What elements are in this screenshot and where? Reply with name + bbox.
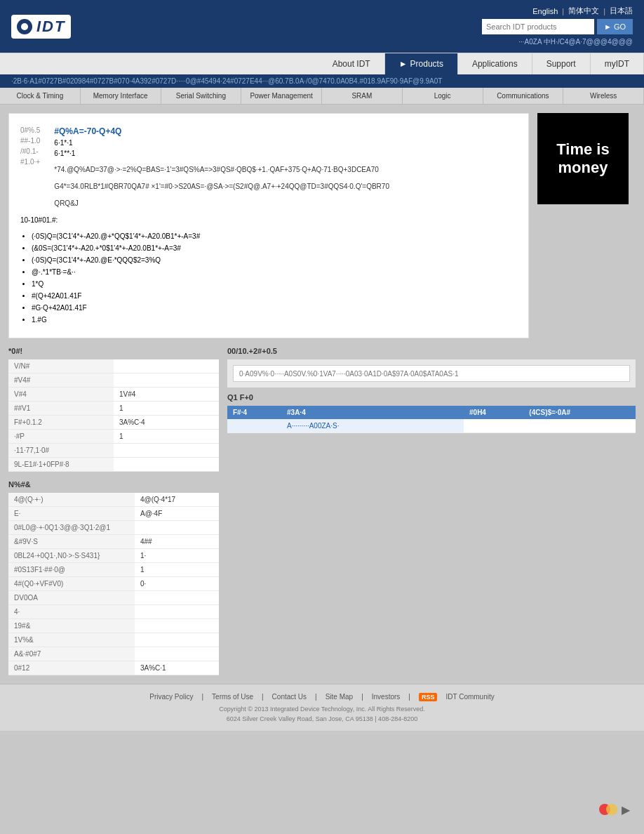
nav-myidt[interactable]: myIDT xyxy=(591,53,644,74)
pricing-table: 4@(Q·+·) 4@(Q·4*17 E· A@·4F 0#L0@·+·0Q1·… xyxy=(8,493,219,675)
account-link[interactable]: ···A0ZA 中H·/C4@A·7@@@4@@@ xyxy=(518,37,633,47)
search-title: 00/10.+2#+0.5 xyxy=(227,347,636,355)
cat-logic[interactable]: Logic xyxy=(403,88,483,104)
footer-sitemap[interactable]: Site Map xyxy=(326,693,353,701)
order-section: *0#! V/N# #V4# V#4 1V#4 ##V1 1 F#+0.1.2 … xyxy=(8,347,219,472)
field-label: ·#P xyxy=(8,430,114,444)
list-item: 1.#G xyxy=(32,315,517,325)
cat-comms[interactable]: Communications xyxy=(483,88,564,104)
breadcrumb: ·2B·6·A1#0727B#020984#0727B#070·4A392#07… xyxy=(0,74,644,88)
table-row: #0S13F1·##·0@ 1 xyxy=(8,563,219,577)
product-box: 0#%.5 ##-1.0 /#0.1- #1.0·+ #Q%A=-70-Q+4Q… xyxy=(8,113,529,338)
table-row: 9L-E1#·1+0FP#·8 xyxy=(8,458,219,472)
cat-sram[interactable]: SRAM xyxy=(322,88,403,104)
table-row: ·#P 1 xyxy=(8,430,219,444)
field-value xyxy=(135,591,219,605)
table-row: &#9V·S 4## xyxy=(8,535,219,549)
result-desc: A·········A00ZA·S· xyxy=(281,419,464,433)
cat-clock[interactable]: Clock & Timing xyxy=(0,88,81,104)
table-row: 0#12 3A%C·1 xyxy=(8,661,219,675)
go-button[interactable]: ► GO xyxy=(597,19,633,34)
table-row: V/N# xyxy=(8,359,219,373)
footer-privacy[interactable]: Privacy Policy xyxy=(149,693,193,701)
ad-banner[interactable]: Time is money xyxy=(537,113,629,204)
table-row: ·11·77,1·0# xyxy=(8,444,219,458)
field-label: DV0OA xyxy=(8,591,135,605)
header-right: English | 简体中文 | 日本語 ► GO ···A0ZA 中H·/C4… xyxy=(482,6,633,47)
logo-area: IDT xyxy=(11,15,71,39)
footer-community[interactable]: IDT Community xyxy=(445,693,494,701)
table-row: #V4# xyxy=(8,373,219,388)
table-row: 4· xyxy=(8,605,219,619)
logo-circle-icon xyxy=(17,19,32,34)
cat-serial[interactable]: Serial Switching xyxy=(161,88,242,104)
category-nav: Clock & Timing Memory Interface Serial S… xyxy=(0,88,644,105)
field-label: #0S13F1·##·0@ xyxy=(8,563,135,577)
search-results-section: 00/10.+2#+0.5 Q1 F+0 F#·4 #3A·4 #0H4 (4C… xyxy=(227,347,636,472)
footer-links: Privacy Policy | Terms of Use | Contact … xyxy=(11,693,633,701)
footer-terms[interactable]: Terms of Use xyxy=(212,693,253,701)
footer-contact[interactable]: Contact Us xyxy=(272,693,307,701)
search-input[interactable] xyxy=(482,19,594,34)
list-item: (&0S=(3C1'4*+-A20.+*0$1'4*+-A20.0B1*+-A=… xyxy=(32,243,517,253)
nav-applications[interactable]: Applications xyxy=(458,53,532,74)
footer: Privacy Policy | Terms of Use | Contact … xyxy=(0,684,644,731)
table-row: E· A@·4F xyxy=(8,507,219,521)
list-item: 1*Q xyxy=(32,279,517,289)
rss-badge[interactable]: RSS xyxy=(419,693,438,701)
nav-support[interactable]: Support xyxy=(532,53,591,74)
field-label: 0#12 xyxy=(8,661,135,675)
product-title-area: #Q%A=-70-Q+4Q 6·1*·1 6·1**·1 *74.@Q%AD=3… xyxy=(54,125,389,209)
order-table: V/N# #V4# V#4 1V#4 ##V1 1 F#+0.1.2 3A%C·… xyxy=(8,359,219,472)
product-desc3: QRQ&J xyxy=(54,198,389,209)
order-title: *0#! xyxy=(8,347,219,355)
field-value xyxy=(114,458,219,472)
lang-japanese[interactable]: 日本語 xyxy=(610,6,633,16)
field-label: V/N# xyxy=(8,359,114,373)
col-header: (4CS)$=·0A# xyxy=(523,406,636,419)
product-header: 0#%.5 ##-1.0 /#0.1- #1.0·+ #Q%A=-70-Q+4Q… xyxy=(20,125,517,209)
main-content: 0#%.5 ##-1.0 /#0.1- #1.0·+ #Q%A=-70-Q+4Q… xyxy=(0,105,644,347)
sidebar: Time is money xyxy=(537,113,636,338)
table-row: 4#(Q0·+VF#V0) 0· xyxy=(8,577,219,591)
list-title: 10-10#01.#: xyxy=(20,215,517,225)
product-section: 0#%.5 ##-1.0 /#0.1- #1.0·+ #Q%A=-70-Q+4Q… xyxy=(8,113,529,338)
table-row: A&·#0#7 xyxy=(8,647,219,661)
search-bar: ► GO xyxy=(482,19,633,34)
pricing-section: N%#& 4@(Q·+·) 4@(Q·4*17 E· A@·4F 0#L0@·+… xyxy=(0,480,644,684)
search-area xyxy=(227,359,636,388)
field-value: 1· xyxy=(135,549,219,563)
logo-text: IDT xyxy=(36,18,65,36)
cat-memory[interactable]: Memory Interface xyxy=(81,88,161,104)
field-label: 4#(Q0·+VF#V0) xyxy=(8,577,135,591)
lower-area: *0#! V/N# #V4# V#4 1V#4 ##V1 1 F#+0.1.2 … xyxy=(0,347,644,480)
field-value: 4## xyxy=(135,535,219,549)
ad-text: Time is money xyxy=(556,140,609,178)
result-part[interactable] xyxy=(227,419,281,433)
field-label: 4· xyxy=(8,605,135,619)
product-title[interactable]: #Q%A=-70-Q+4Q xyxy=(54,125,389,138)
result-price xyxy=(523,419,636,433)
header: IDT English | 简体中文 | 日本語 ► GO ···A0ZA 中H… xyxy=(0,0,644,53)
field-value: 1 xyxy=(114,402,219,416)
field-value xyxy=(135,605,219,619)
field-value: 4@(Q·4*17 xyxy=(135,493,219,507)
lang-chinese[interactable]: 简体中文 xyxy=(568,6,599,16)
field-value xyxy=(135,619,219,633)
field-value: 3A%C·4 xyxy=(114,416,219,430)
footer-investors[interactable]: Investors xyxy=(372,693,401,701)
nav-about[interactable]: About IDT xyxy=(318,53,385,74)
list-item: #(Q+42A01.41F xyxy=(32,291,517,301)
field-value: 1V#4 xyxy=(114,388,219,402)
cat-wireless[interactable]: Wireless xyxy=(563,88,644,104)
nav-products[interactable]: ► Products xyxy=(385,53,458,74)
results-table: F#·4 #3A·4 #0H4 (4CS)$=·0A# A·········A0… xyxy=(227,406,636,433)
cat-power[interactable]: Power Management xyxy=(241,88,322,104)
table-row: ##V1 1 xyxy=(8,402,219,416)
footer-address: 6024 Silver Creek Valley Road, San Jose,… xyxy=(11,715,633,722)
lang-english[interactable]: English xyxy=(532,7,558,15)
field-label: 0BL24·+0Q1·,N0·>·S·S431} xyxy=(8,549,135,563)
field-value: A@·4F xyxy=(135,507,219,521)
product-search-input[interactable] xyxy=(233,365,630,382)
list-item: (·0S)Q=(3C1'4*+-A20.@E·*QQQ$2=3%Q xyxy=(32,255,517,265)
